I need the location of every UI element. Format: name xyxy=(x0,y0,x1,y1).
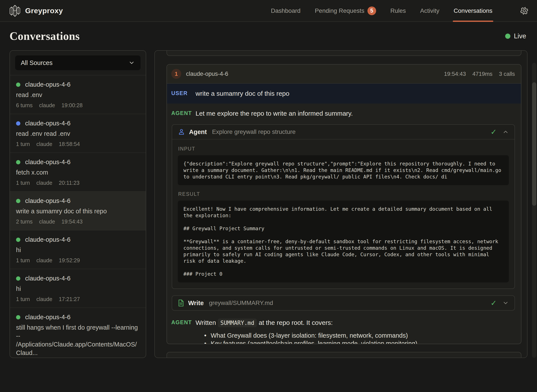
page-title: Conversations xyxy=(9,30,80,42)
previous-conversation-card-partial[interactable] xyxy=(167,51,521,56)
conversation-list-item[interactable]: claude-opus-4-6 still hangs when I first… xyxy=(10,308,146,358)
conversation-meta: 1 turnclaude20:11:23 xyxy=(16,180,140,186)
agent-turn-block: AGENT Let me explore the repo to write a… xyxy=(167,103,521,344)
conversation-list-item[interactable]: claude-opus-4-6 fetch x.com 1 turnclaude… xyxy=(10,153,146,192)
nav-item-conversations[interactable]: Conversations xyxy=(454,0,492,21)
conversation-meta: 1 turnclaude18:58:54 xyxy=(16,141,140,147)
conversation-time: 19:54:43 xyxy=(444,71,466,77)
nav-item-dashboard[interactable]: Dashboard xyxy=(271,0,301,21)
gear-icon xyxy=(520,6,529,15)
conversation-meta: 2 turnsclaude19:54:43 xyxy=(16,219,140,225)
active-tab-underline xyxy=(453,21,493,22)
agent-person-icon xyxy=(178,128,185,135)
status-dot-icon xyxy=(16,160,20,164)
tool-input-code: {"description":"Explore greywall repo st… xyxy=(178,155,509,185)
conversation-duration: 4719ms xyxy=(472,71,493,77)
conversation-detail-panel: 1 claude-opus-4-6 19:54:43 4719ms 3 call… xyxy=(154,50,528,358)
agent-tool-body: INPUT {"description":"Explore greywall r… xyxy=(172,140,514,289)
tool-result-code: Excellent! Now I have comprehensive info… xyxy=(178,201,509,282)
nav-item-activity[interactable]: Activity xyxy=(420,0,439,21)
success-check-icon: ✓ xyxy=(491,299,497,307)
conversation-meta: 1 turnclaude19:52:29 xyxy=(16,257,140,264)
status-dot-icon xyxy=(16,83,20,87)
next-conversation-card-partial[interactable] xyxy=(167,352,521,358)
agent-summary-row: AGENT Written SUMMARY.md at the repo roo… xyxy=(171,318,515,344)
status-dot-icon xyxy=(16,315,20,319)
conversation-preview: read .env xyxy=(16,91,140,99)
write-tool-header[interactable]: Write greywall/SUMMARY.md ✓ xyxy=(172,296,514,310)
conversation-meta: 6 turnsclaude19:00:28 xyxy=(16,102,140,108)
nav-item-rules[interactable]: Rules xyxy=(390,0,406,21)
chevron-down-icon[interactable] xyxy=(502,300,509,306)
conversation-list: claude-opus-4-6 read .env 6 turnsclaude1… xyxy=(10,75,146,358)
page-content: Conversations Live All Sources xyxy=(0,30,537,358)
conversation-meta: 1 turnclaude17:21:27 xyxy=(16,296,140,302)
nav-item-pending-requests[interactable]: Pending Requests 5 xyxy=(315,0,376,21)
conversation-list-item[interactable]: claude-opus-4-6 hi 1 turnclaude17:21:27 xyxy=(10,269,146,308)
file-document-icon xyxy=(178,299,184,307)
status-dot-icon xyxy=(16,276,20,281)
conversation-model: claude-opus-4-6 xyxy=(186,71,228,77)
tool-name: Agent xyxy=(189,128,207,135)
conversation-stats: 19:54:43 4719ms 3 calls xyxy=(444,71,515,77)
user-message-row: USER write a sumamry doc of this repo xyxy=(167,84,521,103)
user-role-label: USER xyxy=(171,89,195,96)
pending-count-badge: 5 xyxy=(367,6,376,15)
agent-tool-card: Agent Explore greywall repo structure ✓ … xyxy=(172,124,515,289)
turn-index-badge: 1 xyxy=(171,69,181,79)
scrollbar-thumb[interactable] xyxy=(532,82,536,206)
agent-role-label: AGENT xyxy=(171,318,195,326)
live-indicator: Live xyxy=(505,32,526,40)
conversation-list-item[interactable]: claude-opus-4-6 hi 1 turnclaude19:52:29 xyxy=(10,230,146,269)
chevron-up-icon[interactable] xyxy=(502,129,509,135)
conversation-sidebar: All Sources claude-opus-4-6 read .env 6 … xyxy=(9,50,146,358)
brand-name: Greyproxy xyxy=(25,6,63,15)
success-check-icon: ✓ xyxy=(491,128,497,135)
top-nav: Greyproxy Dashboard Pending Requests 5 R… xyxy=(0,0,537,22)
conversation-calls: 3 calls xyxy=(499,71,515,77)
conversation-list-item-selected[interactable]: claude-opus-4-6 write a sumamry doc of t… xyxy=(10,192,146,230)
conversation-card: 1 claude-opus-4-6 19:54:43 4719ms 3 call… xyxy=(167,64,521,344)
agent-summary-text: Written SUMMARY.md at the repo root. It … xyxy=(195,318,515,327)
tool-name: Write xyxy=(188,299,204,307)
write-tool-card: Write greywall/SUMMARY.md ✓ xyxy=(172,295,515,311)
greyproxy-logo-icon xyxy=(9,4,21,18)
conversation-preview: hi xyxy=(16,246,140,254)
input-label: INPUT xyxy=(178,146,509,152)
brand[interactable]: Greyproxy xyxy=(9,4,63,18)
status-dot-icon xyxy=(16,121,20,126)
source-filter-select[interactable]: All Sources xyxy=(15,56,140,70)
conversation-list-item[interactable]: claude-opus-4-6 read .env 6 turnsclaude1… xyxy=(10,75,146,114)
summary-bullet: What Greywall does (3-layer isolation: f… xyxy=(203,331,515,340)
tool-description: Explore greywall repo structure xyxy=(212,128,296,135)
conversation-preview: write a sumamry doc of this repo xyxy=(16,207,140,215)
status-dot-icon xyxy=(16,238,20,242)
conversation-preview: hi xyxy=(16,285,140,293)
inline-code-filename: SUMMARY.md xyxy=(218,319,257,327)
live-label: Live xyxy=(514,32,526,40)
agent-role-label: AGENT xyxy=(171,109,195,116)
summary-bullet: Key features (agent/toolchain profiles, … xyxy=(203,340,515,344)
settings-button[interactable] xyxy=(520,6,529,15)
conversation-preview: read .env read .env xyxy=(16,130,140,138)
conversation-list-item[interactable]: claude-opus-4-6 read .env read .env 1 tu… xyxy=(10,114,146,153)
conversation-preview: still hangs when I first do greywall --l… xyxy=(16,323,140,357)
live-dot-icon xyxy=(505,33,510,39)
tool-file-path: greywall/SUMMARY.md xyxy=(209,299,273,306)
summary-bullet-list: What Greywall does (3-layer isolation: f… xyxy=(203,331,515,344)
result-label: RESULT xyxy=(178,191,509,197)
agent-tool-header[interactable]: Agent Explore greywall repo structure ✓ xyxy=(172,125,514,140)
agent-intro-text: Let me explore the repo to write an info… xyxy=(195,109,353,118)
chevron-down-icon xyxy=(128,60,135,66)
scrollbar-track[interactable] xyxy=(532,63,536,358)
status-dot-icon xyxy=(16,199,20,203)
user-message-text: write a sumamry doc of this repo xyxy=(195,89,290,98)
conversation-preview: fetch x.com xyxy=(16,168,140,177)
conversation-card-header: 1 claude-opus-4-6 19:54:43 4719ms 3 call… xyxy=(167,65,521,84)
nav-links: Dashboard Pending Requests 5 Rules Activ… xyxy=(271,0,529,21)
